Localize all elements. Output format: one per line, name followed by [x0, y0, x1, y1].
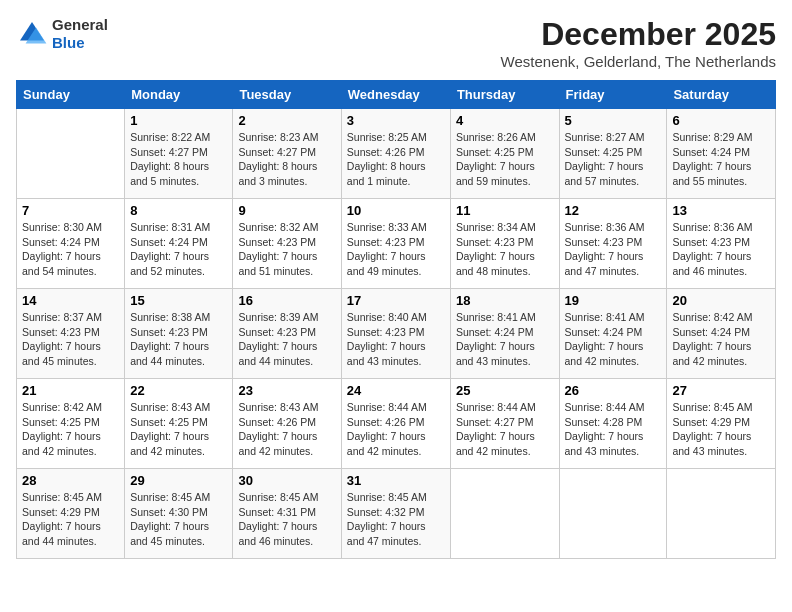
cell-content: Sunrise: 8:41 AMSunset: 4:24 PMDaylight:… — [456, 310, 554, 369]
cell-content: Sunrise: 8:43 AMSunset: 4:25 PMDaylight:… — [130, 400, 227, 459]
calendar-cell: 6Sunrise: 8:29 AMSunset: 4:24 PMDaylight… — [667, 109, 776, 199]
header-day-wednesday: Wednesday — [341, 81, 450, 109]
week-row-2: 14Sunrise: 8:37 AMSunset: 4:23 PMDayligh… — [17, 289, 776, 379]
day-number: 14 — [22, 293, 119, 308]
calendar-cell: 16Sunrise: 8:39 AMSunset: 4:23 PMDayligh… — [233, 289, 341, 379]
day-number: 19 — [565, 293, 662, 308]
day-number: 13 — [672, 203, 770, 218]
calendar-cell: 7Sunrise: 8:30 AMSunset: 4:24 PMDaylight… — [17, 199, 125, 289]
day-number: 29 — [130, 473, 227, 488]
calendar-cell: 31Sunrise: 8:45 AMSunset: 4:32 PMDayligh… — [341, 469, 450, 559]
day-number: 23 — [238, 383, 335, 398]
calendar-cell: 29Sunrise: 8:45 AMSunset: 4:30 PMDayligh… — [125, 469, 233, 559]
calendar-cell: 1Sunrise: 8:22 AMSunset: 4:27 PMDaylight… — [125, 109, 233, 199]
logo-blue: Blue — [52, 34, 108, 52]
cell-content: Sunrise: 8:29 AMSunset: 4:24 PMDaylight:… — [672, 130, 770, 189]
cell-content: Sunrise: 8:37 AMSunset: 4:23 PMDaylight:… — [22, 310, 119, 369]
cell-content: Sunrise: 8:45 AMSunset: 4:32 PMDaylight:… — [347, 490, 445, 549]
day-number: 1 — [130, 113, 227, 128]
header-day-tuesday: Tuesday — [233, 81, 341, 109]
logo-text: General Blue — [52, 16, 108, 52]
day-number: 3 — [347, 113, 445, 128]
day-number: 6 — [672, 113, 770, 128]
calendar-cell: 11Sunrise: 8:34 AMSunset: 4:23 PMDayligh… — [450, 199, 559, 289]
day-number: 16 — [238, 293, 335, 308]
calendar-cell: 13Sunrise: 8:36 AMSunset: 4:23 PMDayligh… — [667, 199, 776, 289]
calendar-cell: 8Sunrise: 8:31 AMSunset: 4:24 PMDaylight… — [125, 199, 233, 289]
day-number: 9 — [238, 203, 335, 218]
cell-content: Sunrise: 8:38 AMSunset: 4:23 PMDaylight:… — [130, 310, 227, 369]
cell-content: Sunrise: 8:36 AMSunset: 4:23 PMDaylight:… — [672, 220, 770, 279]
day-number: 20 — [672, 293, 770, 308]
calendar-cell: 15Sunrise: 8:38 AMSunset: 4:23 PMDayligh… — [125, 289, 233, 379]
cell-content: Sunrise: 8:43 AMSunset: 4:26 PMDaylight:… — [238, 400, 335, 459]
week-row-4: 28Sunrise: 8:45 AMSunset: 4:29 PMDayligh… — [17, 469, 776, 559]
title-block: December 2025 Westenenk, Gelderland, The… — [501, 16, 776, 70]
cell-content: Sunrise: 8:25 AMSunset: 4:26 PMDaylight:… — [347, 130, 445, 189]
calendar-cell: 30Sunrise: 8:45 AMSunset: 4:31 PMDayligh… — [233, 469, 341, 559]
calendar-cell: 5Sunrise: 8:27 AMSunset: 4:25 PMDaylight… — [559, 109, 667, 199]
cell-content: Sunrise: 8:44 AMSunset: 4:27 PMDaylight:… — [456, 400, 554, 459]
day-number: 31 — [347, 473, 445, 488]
day-number: 8 — [130, 203, 227, 218]
cell-content: Sunrise: 8:33 AMSunset: 4:23 PMDaylight:… — [347, 220, 445, 279]
cell-content: Sunrise: 8:32 AMSunset: 4:23 PMDaylight:… — [238, 220, 335, 279]
cell-content: Sunrise: 8:34 AMSunset: 4:23 PMDaylight:… — [456, 220, 554, 279]
calendar-cell: 18Sunrise: 8:41 AMSunset: 4:24 PMDayligh… — [450, 289, 559, 379]
calendar-cell — [17, 109, 125, 199]
cell-content: Sunrise: 8:36 AMSunset: 4:23 PMDaylight:… — [565, 220, 662, 279]
day-number: 27 — [672, 383, 770, 398]
calendar-cell: 14Sunrise: 8:37 AMSunset: 4:23 PMDayligh… — [17, 289, 125, 379]
calendar-cell: 3Sunrise: 8:25 AMSunset: 4:26 PMDaylight… — [341, 109, 450, 199]
calendar-cell: 26Sunrise: 8:44 AMSunset: 4:28 PMDayligh… — [559, 379, 667, 469]
day-number: 18 — [456, 293, 554, 308]
cell-content: Sunrise: 8:45 AMSunset: 4:29 PMDaylight:… — [672, 400, 770, 459]
cell-content: Sunrise: 8:44 AMSunset: 4:26 PMDaylight:… — [347, 400, 445, 459]
cell-content: Sunrise: 8:27 AMSunset: 4:25 PMDaylight:… — [565, 130, 662, 189]
calendar-cell: 12Sunrise: 8:36 AMSunset: 4:23 PMDayligh… — [559, 199, 667, 289]
day-number: 4 — [456, 113, 554, 128]
day-number: 15 — [130, 293, 227, 308]
calendar-cell: 4Sunrise: 8:26 AMSunset: 4:25 PMDaylight… — [450, 109, 559, 199]
calendar-cell: 10Sunrise: 8:33 AMSunset: 4:23 PMDayligh… — [341, 199, 450, 289]
cell-content: Sunrise: 8:39 AMSunset: 4:23 PMDaylight:… — [238, 310, 335, 369]
header-row: SundayMondayTuesdayWednesdayThursdayFrid… — [17, 81, 776, 109]
calendar-cell: 17Sunrise: 8:40 AMSunset: 4:23 PMDayligh… — [341, 289, 450, 379]
calendar-cell — [667, 469, 776, 559]
day-number: 30 — [238, 473, 335, 488]
calendar-cell — [559, 469, 667, 559]
calendar-table: SundayMondayTuesdayWednesdayThursdayFrid… — [16, 80, 776, 559]
day-number: 11 — [456, 203, 554, 218]
calendar-cell: 21Sunrise: 8:42 AMSunset: 4:25 PMDayligh… — [17, 379, 125, 469]
calendar-cell — [450, 469, 559, 559]
header-day-friday: Friday — [559, 81, 667, 109]
calendar-cell: 22Sunrise: 8:43 AMSunset: 4:25 PMDayligh… — [125, 379, 233, 469]
page-header: General Blue December 2025 Westenenk, Ge… — [16, 16, 776, 70]
day-number: 17 — [347, 293, 445, 308]
logo-icon — [16, 18, 48, 50]
day-number: 2 — [238, 113, 335, 128]
calendar-cell: 25Sunrise: 8:44 AMSunset: 4:27 PMDayligh… — [450, 379, 559, 469]
cell-content: Sunrise: 8:40 AMSunset: 4:23 PMDaylight:… — [347, 310, 445, 369]
calendar-cell: 20Sunrise: 8:42 AMSunset: 4:24 PMDayligh… — [667, 289, 776, 379]
day-number: 25 — [456, 383, 554, 398]
day-number: 24 — [347, 383, 445, 398]
cell-content: Sunrise: 8:23 AMSunset: 4:27 PMDaylight:… — [238, 130, 335, 189]
cell-content: Sunrise: 8:42 AMSunset: 4:24 PMDaylight:… — [672, 310, 770, 369]
day-number: 22 — [130, 383, 227, 398]
calendar-cell: 23Sunrise: 8:43 AMSunset: 4:26 PMDayligh… — [233, 379, 341, 469]
header-day-sunday: Sunday — [17, 81, 125, 109]
week-row-1: 7Sunrise: 8:30 AMSunset: 4:24 PMDaylight… — [17, 199, 776, 289]
cell-content: Sunrise: 8:45 AMSunset: 4:31 PMDaylight:… — [238, 490, 335, 549]
cell-content: Sunrise: 8:30 AMSunset: 4:24 PMDaylight:… — [22, 220, 119, 279]
calendar-cell: 9Sunrise: 8:32 AMSunset: 4:23 PMDaylight… — [233, 199, 341, 289]
logo: General Blue — [16, 16, 108, 52]
calendar-cell: 2Sunrise: 8:23 AMSunset: 4:27 PMDaylight… — [233, 109, 341, 199]
month-title: December 2025 — [501, 16, 776, 53]
day-number: 12 — [565, 203, 662, 218]
day-number: 7 — [22, 203, 119, 218]
cell-content: Sunrise: 8:42 AMSunset: 4:25 PMDaylight:… — [22, 400, 119, 459]
cell-content: Sunrise: 8:22 AMSunset: 4:27 PMDaylight:… — [130, 130, 227, 189]
header-day-saturday: Saturday — [667, 81, 776, 109]
cell-content: Sunrise: 8:45 AMSunset: 4:30 PMDaylight:… — [130, 490, 227, 549]
